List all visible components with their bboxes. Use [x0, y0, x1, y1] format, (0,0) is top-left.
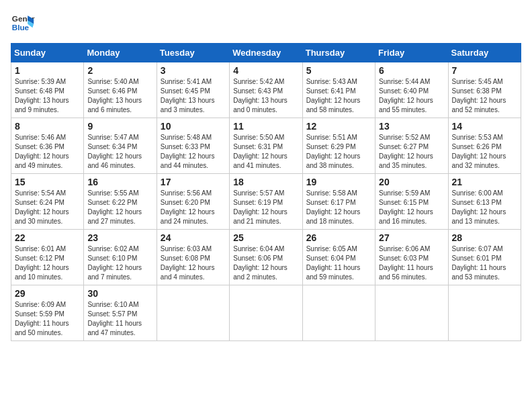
day-number: 26: [306, 232, 371, 243]
calendar-cell: 22 Sunrise: 6:01 AMSunset: 6:12 PMDaylig…: [11, 230, 84, 285]
day-number: 21: [452, 177, 517, 187]
day-info: Sunrise: 5:55 AMSunset: 6:22 PMDaylight:…: [87, 189, 152, 226]
calendar-cell: 11 Sunrise: 5:50 AMSunset: 6:31 PMDaylig…: [230, 118, 302, 174]
day-number: 6: [379, 65, 444, 76]
calendar-cell: 19 Sunrise: 5:58 AMSunset: 6:17 PMDaylig…: [302, 174, 375, 230]
day-info: Sunrise: 5:43 AMSunset: 6:41 PMDaylight:…: [306, 77, 371, 115]
day-info: Sunrise: 5:59 AMSunset: 6:15 PMDaylight:…: [379, 189, 444, 226]
calendar-cell: 2 Sunrise: 5:40 AMSunset: 6:46 PMDayligh…: [84, 62, 157, 118]
day-info: Sunrise: 5:40 AMSunset: 6:46 PMDaylight:…: [87, 77, 152, 115]
day-info: Sunrise: 5:54 AMSunset: 6:24 PMDaylight:…: [15, 189, 80, 226]
calendar-cell: 10 Sunrise: 5:48 AMSunset: 6:33 PMDaylig…: [157, 118, 229, 174]
day-number: 15: [15, 177, 80, 187]
calendar-cell: 24 Sunrise: 6:03 AMSunset: 6:08 PMDaylig…: [157, 230, 229, 285]
calendar-week-2: 8 Sunrise: 5:46 AMSunset: 6:36 PMDayligh…: [11, 118, 521, 174]
calendar-cell: 26 Sunrise: 6:05 AMSunset: 6:04 PMDaylig…: [302, 230, 375, 285]
calendar-cell: [230, 285, 302, 341]
calendar-cell: 27 Sunrise: 6:06 AMSunset: 6:03 PMDaylig…: [375, 230, 448, 285]
day-number: 11: [233, 121, 298, 132]
logo-icon: General Blue: [11, 11, 35, 35]
day-info: Sunrise: 5:46 AMSunset: 6:36 PMDaylight:…: [15, 133, 80, 171]
day-number: 24: [161, 232, 226, 243]
day-info: Sunrise: 5:47 AMSunset: 6:34 PMDaylight:…: [87, 133, 152, 171]
day-number: 12: [306, 121, 371, 132]
calendar-cell: 17 Sunrise: 5:56 AMSunset: 6:20 PMDaylig…: [157, 174, 229, 230]
day-info: Sunrise: 5:53 AMSunset: 6:26 PMDaylight:…: [452, 133, 517, 171]
day-info: Sunrise: 6:10 AMSunset: 5:57 PMDaylight:…: [87, 300, 152, 338]
weekday-header-tuesday: Tuesday: [157, 44, 229, 62]
calendar-cell: 4 Sunrise: 5:42 AMSunset: 6:43 PMDayligh…: [230, 62, 302, 118]
weekday-header-friday: Friday: [375, 44, 448, 62]
calendar-cell: 18 Sunrise: 5:57 AMSunset: 6:19 PMDaylig…: [230, 174, 302, 230]
day-number: 14: [452, 121, 517, 132]
day-number: 10: [161, 121, 226, 132]
day-info: Sunrise: 5:42 AMSunset: 6:43 PMDaylight:…: [233, 77, 298, 115]
day-number: 19: [306, 177, 371, 187]
day-info: Sunrise: 5:58 AMSunset: 6:17 PMDaylight:…: [306, 189, 371, 226]
day-info: Sunrise: 5:39 AMSunset: 6:48 PMDaylight:…: [15, 77, 80, 115]
day-number: 28: [452, 232, 517, 243]
day-number: 13: [379, 121, 444, 132]
calendar-cell: 21 Sunrise: 6:00 AMSunset: 6:13 PMDaylig…: [448, 174, 521, 230]
calendar-cell: 13 Sunrise: 5:52 AMSunset: 6:27 PMDaylig…: [375, 118, 448, 174]
calendar-cell: 8 Sunrise: 5:46 AMSunset: 6:36 PMDayligh…: [11, 118, 84, 174]
calendar-cell: 12 Sunrise: 5:51 AMSunset: 6:29 PMDaylig…: [302, 118, 375, 174]
day-number: 9: [87, 121, 152, 132]
calendar-cell: 16 Sunrise: 5:55 AMSunset: 6:22 PMDaylig…: [84, 174, 157, 230]
day-info: Sunrise: 5:48 AMSunset: 6:33 PMDaylight:…: [161, 133, 226, 171]
calendar-week-1: 1 Sunrise: 5:39 AMSunset: 6:48 PMDayligh…: [11, 62, 521, 118]
calendar-cell: [375, 285, 448, 341]
weekday-header-wednesday: Wednesday: [230, 44, 302, 62]
weekday-header-saturday: Saturday: [448, 44, 521, 62]
day-number: 25: [233, 232, 298, 243]
day-number: 29: [15, 288, 80, 299]
weekday-header-thursday: Thursday: [302, 44, 375, 62]
calendar-cell: 15 Sunrise: 5:54 AMSunset: 6:24 PMDaylig…: [11, 174, 84, 230]
calendar-week-3: 15 Sunrise: 5:54 AMSunset: 6:24 PMDaylig…: [11, 174, 521, 230]
day-number: 2: [87, 65, 152, 76]
day-info: Sunrise: 6:06 AMSunset: 6:03 PMDaylight:…: [379, 244, 444, 282]
calendar-cell: 20 Sunrise: 5:59 AMSunset: 6:15 PMDaylig…: [375, 174, 448, 230]
day-info: Sunrise: 6:00 AMSunset: 6:13 PMDaylight:…: [452, 189, 517, 226]
day-info: Sunrise: 6:07 AMSunset: 6:01 PMDaylight:…: [452, 244, 517, 282]
day-info: Sunrise: 5:57 AMSunset: 6:19 PMDaylight:…: [233, 189, 298, 226]
calendar-cell: [157, 285, 229, 341]
day-number: 3: [161, 65, 226, 76]
calendar-cell: 9 Sunrise: 5:47 AMSunset: 6:34 PMDayligh…: [84, 118, 157, 174]
day-info: Sunrise: 6:05 AMSunset: 6:04 PMDaylight:…: [306, 244, 371, 282]
day-number: 23: [87, 232, 152, 243]
day-number: 16: [87, 177, 152, 187]
day-number: 4: [233, 65, 298, 76]
day-info: Sunrise: 5:56 AMSunset: 6:20 PMDaylight:…: [161, 189, 226, 226]
day-info: Sunrise: 5:52 AMSunset: 6:27 PMDaylight:…: [379, 133, 444, 171]
day-number: 20: [379, 177, 444, 187]
day-number: 1: [15, 65, 80, 76]
calendar-week-4: 22 Sunrise: 6:01 AMSunset: 6:12 PMDaylig…: [11, 230, 521, 285]
calendar-cell: 28 Sunrise: 6:07 AMSunset: 6:01 PMDaylig…: [448, 230, 521, 285]
calendar-cell: 14 Sunrise: 5:53 AMSunset: 6:26 PMDaylig…: [448, 118, 521, 174]
page-header: General Blue: [11, 11, 521, 35]
calendar-cell: 7 Sunrise: 5:45 AMSunset: 6:38 PMDayligh…: [448, 62, 521, 118]
day-info: Sunrise: 5:50 AMSunset: 6:31 PMDaylight:…: [233, 133, 298, 171]
calendar-cell: 23 Sunrise: 6:02 AMSunset: 6:10 PMDaylig…: [84, 230, 157, 285]
calendar-cell: 29 Sunrise: 6:09 AMSunset: 5:59 PMDaylig…: [11, 285, 84, 341]
calendar-cell: [448, 285, 521, 341]
weekday-header-row: SundayMondayTuesdayWednesdayThursdayFrid…: [11, 44, 521, 62]
day-info: Sunrise: 5:44 AMSunset: 6:40 PMDaylight:…: [379, 77, 444, 115]
svg-text:Blue: Blue: [12, 23, 30, 32]
day-info: Sunrise: 6:09 AMSunset: 5:59 PMDaylight:…: [15, 300, 80, 338]
calendar-week-5: 29 Sunrise: 6:09 AMSunset: 5:59 PMDaylig…: [11, 285, 521, 341]
calendar-cell: 30 Sunrise: 6:10 AMSunset: 5:57 PMDaylig…: [84, 285, 157, 341]
weekday-header-sunday: Sunday: [11, 44, 84, 62]
calendar-cell: 25 Sunrise: 6:04 AMSunset: 6:06 PMDaylig…: [230, 230, 302, 285]
logo: General Blue: [11, 11, 35, 35]
day-info: Sunrise: 5:41 AMSunset: 6:45 PMDaylight:…: [161, 77, 226, 115]
calendar-cell: [302, 285, 375, 341]
day-info: Sunrise: 5:45 AMSunset: 6:38 PMDaylight:…: [452, 77, 517, 115]
calendar-cell: 5 Sunrise: 5:43 AMSunset: 6:41 PMDayligh…: [302, 62, 375, 118]
day-number: 8: [15, 121, 80, 132]
calendar-cell: 1 Sunrise: 5:39 AMSunset: 6:48 PMDayligh…: [11, 62, 84, 118]
day-number: 7: [452, 65, 517, 76]
weekday-header-monday: Monday: [84, 44, 157, 62]
calendar-cell: 3 Sunrise: 5:41 AMSunset: 6:45 PMDayligh…: [157, 62, 229, 118]
